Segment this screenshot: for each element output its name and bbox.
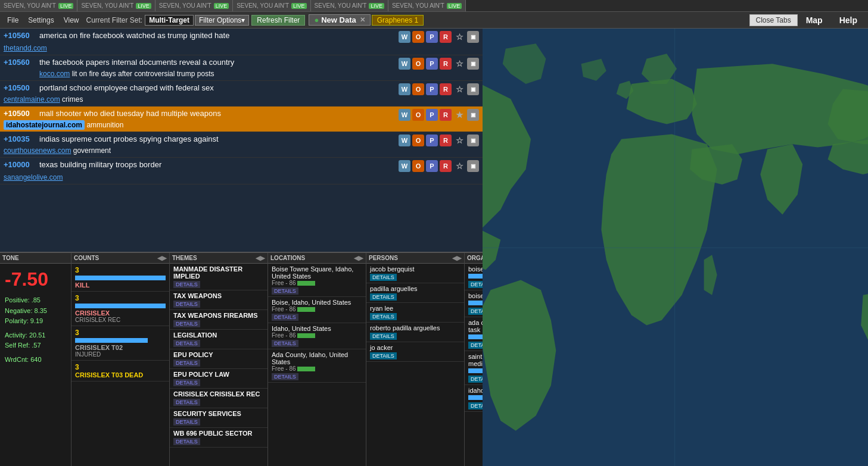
- map-button[interactable]: Map: [798, 14, 831, 26]
- theme-details-6[interactable]: DETAILS: [173, 379, 200, 386]
- theme-details-1[interactable]: DETAILS: [173, 281, 200, 288]
- tab-5[interactable]: SEVEN, YOU AIN'T LIVE: [311, 0, 388, 12]
- tab-3[interactable]: SEVEN, YOU AIN'T LIVE: [155, 0, 233, 12]
- star-btn-3[interactable]: ☆: [453, 83, 465, 95]
- news-item-1: +10560 america on fire facebook watched …: [0, 29, 483, 55]
- o-btn-4[interactable]: O: [412, 109, 424, 121]
- close-tabs-button[interactable]: Close Tabs: [749, 14, 798, 26]
- file-menu[interactable]: File: [2, 15, 23, 26]
- w-btn-6[interactable]: W: [399, 160, 410, 172]
- w-btn-5[interactable]: W: [399, 135, 410, 146]
- o-btn-5[interactable]: O: [412, 135, 424, 146]
- w-btn-1[interactable]: W: [399, 31, 410, 43]
- location-details-3[interactable]: DETAILS: [272, 340, 298, 347]
- tone-score: -7.50: [0, 264, 71, 293]
- person-details-2[interactable]: DETAILS: [370, 293, 397, 301]
- help-button[interactable]: Help: [831, 14, 866, 26]
- r-btn-1[interactable]: R: [440, 31, 452, 43]
- org-details-3[interactable]: DETAILS: [468, 342, 483, 349]
- org-details-1[interactable]: DETAILS: [468, 281, 483, 288]
- p-btn-5[interactable]: P: [426, 135, 438, 146]
- theme-3: TAX WEAPONS FIREARMS DETAILS: [170, 310, 267, 330]
- star-btn-2[interactable]: ☆: [453, 58, 465, 70]
- tab-6[interactable]: SEVEN, YOU AIN'T LIVE: [388, 0, 466, 12]
- theme-5: EPU POLICY DETAILS: [170, 349, 267, 369]
- news-source-3[interactable]: centralmaine.com: [4, 95, 60, 104]
- location-details-4[interactable]: DETAILS: [272, 373, 298, 380]
- count-bar-1: [75, 276, 166, 280]
- theme-details-3[interactable]: DETAILS: [173, 320, 200, 327]
- count-item-4: 3 CRISISLEX T03 DEAD: [71, 361, 169, 381]
- news-extra-3: crimes: [62, 95, 83, 104]
- img-btn-5[interactable]: ▣: [467, 135, 479, 146]
- location-3: Idaho, United States Free - 86 DETAILS: [268, 323, 366, 349]
- theme-details-9[interactable]: DETAILS: [173, 438, 200, 445]
- star-btn-5[interactable]: ☆: [453, 135, 465, 146]
- tab-strip[interactable]: SEVEN, YOU AIN'T LIVE SEVEN, YOU AIN'T L…: [0, 0, 868, 12]
- img-btn-4[interactable]: ▣: [467, 109, 479, 121]
- img-btn-3[interactable]: ▣: [467, 83, 479, 95]
- w-btn-4[interactable]: W: [399, 109, 410, 121]
- star-btn-1[interactable]: ☆: [453, 31, 465, 43]
- news-source-2[interactable]: koco.com: [39, 70, 70, 78]
- news-source-6[interactable]: sanangelolive.com: [4, 173, 479, 182]
- news-title-5: indias supreme court probes spying charg…: [39, 135, 394, 145]
- location-details-2[interactable]: DETAILS: [272, 314, 298, 321]
- settings-menu[interactable]: Settings: [23, 15, 58, 26]
- theme-details-4[interactable]: DETAILS: [173, 340, 200, 347]
- org-details-5[interactable]: DETAILS: [468, 402, 483, 409]
- o-btn-3[interactable]: O: [412, 83, 424, 95]
- new-data-tab[interactable]: ● New Data ✕: [309, 14, 370, 26]
- tab-1[interactable]: SEVEN, YOU AIN'T LIVE: [0, 0, 77, 12]
- p-btn-3[interactable]: P: [426, 83, 438, 95]
- person-details-1[interactable]: DETAILS: [370, 274, 397, 281]
- p-btn-1[interactable]: P: [426, 31, 438, 43]
- view-menu[interactable]: View: [59, 15, 84, 26]
- star-btn-4[interactable]: ★: [453, 109, 465, 121]
- news-actions-1: W O P R ☆ ▣: [399, 31, 479, 43]
- theme-details-2[interactable]: DETAILS: [173, 301, 200, 308]
- org-details-4[interactable]: DETAILS: [468, 376, 483, 383]
- person-details-5[interactable]: DETAILS: [370, 352, 397, 359]
- r-btn-6[interactable]: R: [440, 160, 452, 172]
- person-details-3[interactable]: DETAILS: [370, 313, 397, 320]
- news-source-1[interactable]: thetandd.com: [4, 44, 479, 52]
- refresh-filter-button[interactable]: Refresh Filter: [251, 15, 305, 26]
- p-btn-2[interactable]: P: [426, 58, 438, 70]
- filter-options-button[interactable]: Filter Options▾: [195, 15, 249, 26]
- o-btn-1[interactable]: O: [412, 31, 424, 43]
- news-list[interactable]: +10560 america on fire facebook watched …: [0, 29, 483, 252]
- r-btn-2[interactable]: R: [440, 58, 452, 70]
- img-btn-1[interactable]: ▣: [467, 31, 479, 43]
- r-btn-4[interactable]: R: [440, 109, 452, 121]
- p-btn-4[interactable]: P: [426, 109, 438, 121]
- map-panel[interactable]: [483, 29, 868, 466]
- r-btn-5[interactable]: R: [440, 135, 452, 146]
- tab-2[interactable]: SEVEN, YOU AIN'T LIVE: [77, 0, 155, 12]
- news-item-3: +10500 portland school employee charged …: [0, 81, 483, 107]
- w-btn-3[interactable]: W: [399, 83, 410, 95]
- w-btn-2[interactable]: W: [399, 58, 410, 70]
- theme-1: MANMADE DISASTER IMPLIED DETAILS: [170, 264, 267, 290]
- org-details-2[interactable]: DETAILS: [468, 308, 483, 315]
- img-btn-2[interactable]: ▣: [467, 58, 479, 70]
- news-source-4[interactable]: idahostatejournal.com: [4, 120, 85, 130]
- o-btn-6[interactable]: O: [412, 160, 424, 172]
- news-source-5[interactable]: courthousenews.com: [4, 146, 71, 155]
- person-5: jo acker DETAILS: [366, 342, 464, 362]
- r-btn-3[interactable]: R: [440, 83, 452, 95]
- star-btn-6[interactable]: ☆: [453, 160, 465, 172]
- graphenes-tab[interactable]: Graphenes 1: [372, 15, 424, 26]
- theme-details-7[interactable]: DETAILS: [173, 399, 200, 406]
- o-btn-2[interactable]: O: [412, 58, 424, 70]
- p-btn-6[interactable]: P: [426, 160, 438, 172]
- theme-details-8[interactable]: DETAILS: [173, 418, 200, 426]
- org-bar-2: [468, 301, 483, 305]
- theme-details-5[interactable]: DETAILS: [173, 359, 200, 367]
- news-item-2: +10560 the facebook papers internal docu…: [0, 55, 483, 81]
- new-data-close[interactable]: ✕: [360, 16, 365, 24]
- tab-4[interactable]: SEVEN, YOU AIN'T LIVE: [233, 0, 310, 12]
- location-details-1[interactable]: DETAILS: [272, 287, 298, 295]
- person-details-4[interactable]: DETAILS: [370, 333, 397, 340]
- img-btn-6[interactable]: ▣: [467, 160, 479, 172]
